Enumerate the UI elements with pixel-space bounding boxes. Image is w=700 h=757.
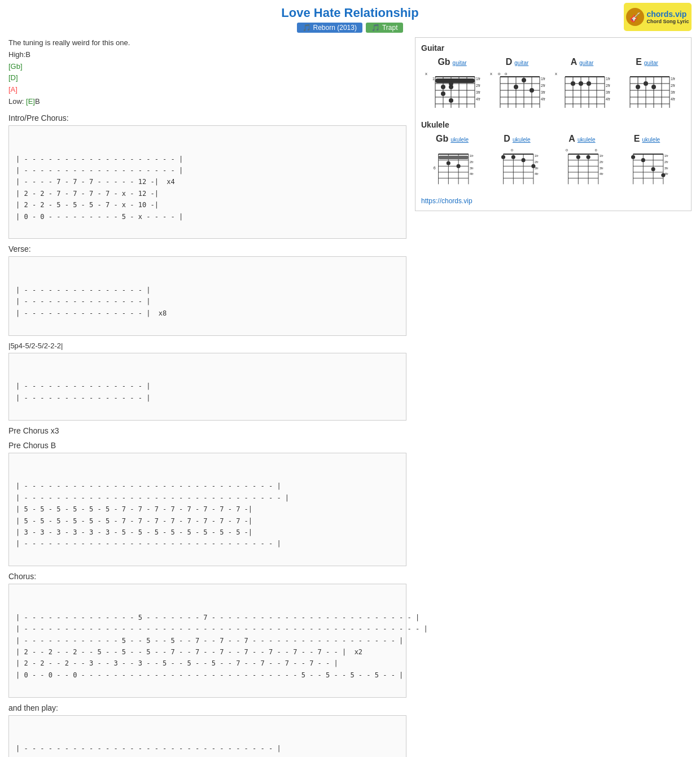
- svg-point-62: [587, 81, 591, 86]
- svg-point-146: [631, 155, 635, 159]
- chord-d-guitar-diagram: x o o: [489, 68, 545, 113]
- tab-andthen: | - - - - - - - - - - - - - - - - - - - …: [8, 715, 406, 757]
- svg-point-43: [530, 88, 534, 93]
- chord-a-uke-link[interactable]: ukulele: [578, 137, 596, 143]
- svg-text:2fr: 2fr: [541, 84, 545, 87]
- chord-a-guitar-link[interactable]: guitar: [579, 60, 593, 66]
- svg-point-18: [441, 85, 445, 89]
- tuning-info: The tuning is really weird for this one.…: [8, 37, 406, 108]
- section-prechorusb-label: Pre Chorus B: [8, 441, 406, 450]
- verse-tab-note: |5p4-5/2-5/2-2-2|: [8, 342, 406, 350]
- chord-panel: Guitar Gb guitar x: [415, 37, 692, 211]
- svg-text:2fr: 2fr: [600, 160, 603, 164]
- section-prechorusx3-label: Pre Chorus x3: [8, 426, 406, 435]
- tab-intro: | - - - - - - - - - - - - - - - - - - - …: [8, 125, 406, 239]
- tuning-line2: High:B: [8, 49, 406, 61]
- svg-text:1fr: 1fr: [600, 154, 603, 157]
- tab-verse2: | - - - - - - - - - - - - - - - | | - - …: [8, 353, 406, 421]
- tuning-low-b: B: [35, 97, 40, 106]
- svg-text:x: x: [555, 71, 557, 76]
- chord-url[interactable]: https://chords.vip: [421, 197, 685, 205]
- tab-verse: | - - - - - - - - - - - - - - - | | - - …: [8, 256, 406, 335]
- chord-a-uke-diagram: o o 1fr: [554, 145, 610, 190]
- chord-d-guitar-link[interactable]: guitar: [514, 60, 528, 66]
- svg-text:3fr: 3fr: [664, 166, 668, 170]
- svg-text:2fr: 2fr: [664, 160, 668, 164]
- tuning-a: [A]: [8, 85, 18, 94]
- svg-text:4fr: 4fr: [535, 172, 539, 176]
- svg-text:1fr: 1fr: [535, 154, 539, 157]
- svg-point-20: [449, 81, 453, 86]
- svg-point-95: [447, 161, 450, 165]
- tab-prechorusb: | - - - - - - - - - - - - - - - - - - - …: [8, 453, 406, 567]
- chord-e-guitar: E guitar: [616, 57, 678, 113]
- chord-e-uke-name: E: [634, 134, 640, 144]
- svg-text:3fr: 3fr: [470, 166, 474, 170]
- chord-d-uke-link[interactable]: ukulele: [513, 137, 531, 143]
- svg-text:2fr: 2fr: [671, 84, 675, 87]
- svg-text:2fr: 2fr: [476, 84, 480, 87]
- tuning-d: [D]: [8, 73, 18, 82]
- tuning-line1: The tuning is really weird for this one.: [8, 37, 406, 49]
- ukulele-section-title: Ukulele: [421, 120, 685, 129]
- svg-text:4fr: 4fr: [606, 97, 610, 101]
- section-chorus-label: Chorus:: [8, 572, 406, 581]
- chord-d-ukulele: D ukulele o: [486, 134, 548, 190]
- svg-point-114: [522, 158, 526, 162]
- svg-text:o: o: [566, 148, 568, 152]
- chord-e-guitar-diagram: 1fr 2fr 3fr 4fr: [619, 68, 675, 113]
- chord-a-name: A: [571, 57, 578, 67]
- chord-gb-uke-link[interactable]: ukulele: [450, 137, 469, 143]
- ukulele-chord-row: Gb ukulele: [421, 134, 685, 190]
- svg-text:1fr: 1fr: [671, 77, 675, 81]
- svg-text:2fr: 2fr: [606, 84, 610, 87]
- badge-reborn[interactable]: 🎵 Reborn (2013): [297, 23, 362, 33]
- content-area: The tuning is really weird for this one.…: [8, 37, 692, 757]
- chord-gb-guitar: Gb guitar x: [421, 57, 483, 113]
- svg-text:3fr: 3fr: [606, 90, 610, 94]
- chord-d-uke-diagram: o 1fr 2fr: [489, 145, 545, 190]
- svg-rect-16: [435, 78, 475, 83]
- chord-e-guitar-link[interactable]: guitar: [644, 60, 658, 66]
- svg-text:4fr: 4fr: [476, 97, 480, 101]
- svg-text:3fr: 3fr: [541, 90, 545, 94]
- logo-text: chords.vip Chord Song Lyric: [646, 10, 689, 24]
- section-andthen-label: and then play:: [8, 703, 406, 712]
- svg-point-60: [571, 81, 575, 86]
- badge-trapt-label: Trapt: [382, 24, 398, 32]
- svg-point-22: [449, 98, 453, 103]
- logo-guitar-icon: 🎸: [626, 8, 644, 26]
- svg-point-21: [441, 91, 445, 96]
- svg-point-61: [579, 81, 583, 86]
- svg-point-148: [651, 167, 655, 171]
- logo[interactable]: 🎸 chords.vip Chord Song Lyric: [624, 3, 692, 31]
- badge-reborn-label: Reborn (2013): [313, 24, 357, 32]
- svg-point-132: [587, 155, 590, 159]
- tuning-low-e: [E]: [26, 97, 35, 106]
- svg-text:4fr: 4fr: [541, 97, 545, 101]
- trapt-icon: 🎵: [371, 24, 380, 32]
- tuning-gb: [Gb]: [8, 62, 23, 71]
- chord-gb-uke-diagram: 1fr 2fr 3fr 4fr 6: [424, 145, 480, 190]
- section-verse-label: Verse:: [8, 244, 406, 253]
- svg-text:4fr: 4fr: [671, 97, 675, 101]
- svg-text:4fr: 4fr: [600, 172, 603, 176]
- svg-text:1: 1: [432, 77, 435, 81]
- song-title: Love Hate Relationship: [8, 6, 692, 20]
- svg-text:1fr: 1fr: [606, 77, 610, 81]
- svg-text:1fr: 1fr: [664, 154, 668, 157]
- chord-gb-guitar-link[interactable]: guitar: [453, 60, 467, 66]
- chord-d-name: D: [506, 57, 513, 67]
- chord-gb-guitar-diagram: x: [424, 68, 480, 113]
- svg-text:4fr: 4fr: [470, 172, 474, 176]
- chord-e-uke-link[interactable]: ukulele: [642, 137, 660, 143]
- chord-e-ukulele: E ukulele: [616, 134, 678, 190]
- page-container: Love Hate Relationship 🎵 Reborn (2013) 🎵…: [0, 0, 700, 757]
- tuning-low-label: Low:: [8, 97, 26, 106]
- svg-text:2fr: 2fr: [470, 160, 474, 164]
- badge-trapt[interactable]: 🎵 Trapt: [366, 23, 404, 33]
- svg-point-96: [457, 164, 461, 168]
- svg-point-147: [641, 158, 645, 162]
- svg-text:o: o: [595, 148, 597, 152]
- svg-point-79: [636, 85, 640, 89]
